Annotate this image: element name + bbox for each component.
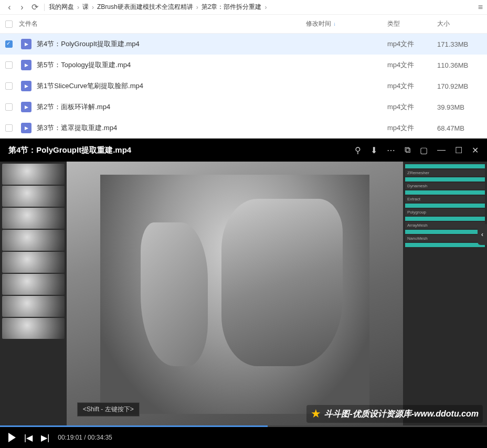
duration: 00:34:35 [88, 434, 112, 441]
file-size: 39.93MB [437, 103, 482, 111]
maximize-icon[interactable]: ☐ [455, 145, 462, 155]
material-thumb [2, 296, 65, 317]
video-controls: |◀ ▶| 00:19:01 / 00:34:35 [0, 427, 487, 448]
file-row[interactable]: 第4节：PolyGroupIt提取重建.mp4 mp4文件 171.33MB [0, 34, 487, 55]
file-size: 68.47MB [437, 124, 482, 132]
play-button[interactable] [8, 433, 16, 442]
row-check[interactable] [5, 40, 17, 48]
file-name[interactable]: 第3节：遮罩提取重建.mp4 [31, 123, 306, 133]
col-time[interactable]: 修改时间↓ [306, 19, 387, 28]
material-thumb [2, 230, 65, 251]
file-type: mp4文件 [387, 81, 437, 91]
video-file-icon [21, 81, 31, 91]
col-name[interactable]: 文件名 [17, 19, 306, 28]
zbrush-panel-bar [405, 177, 485, 182]
material-thumb [2, 274, 65, 295]
breadcrumb: 我的网盘 › 课 › ZBrush硬表面建模技术全流程精讲 › 第2章：部件拆分… [49, 3, 267, 12]
file-list: 第4节：PolyGroupIt提取重建.mp4 mp4文件 171.33MB 第… [0, 34, 487, 138]
row-checkbox[interactable] [5, 103, 13, 111]
pip-icon[interactable]: ⧉ [405, 145, 410, 155]
zbrush-panel-bar [405, 217, 485, 221]
crumb-sep: › [77, 4, 79, 11]
time-display: 00:19:01 / 00:34:35 [58, 434, 112, 441]
file-row[interactable]: 第2节：面板环详解.mp4 mp4文件 39.93MB [0, 97, 487, 118]
side-tab[interactable]: ‹ [478, 224, 487, 245]
file-name[interactable]: 第4节：PolyGroupIt提取重建.mp4 [31, 39, 306, 49]
video-header: 第4节：PolyGroupIt提取重建.mp4 ⚲ ⬇ ⋯ ⧉ ▢ — ☐ ✕ [0, 138, 487, 162]
star-icon: ★ [311, 407, 321, 421]
crumb-sep: › [92, 4, 94, 11]
download-icon[interactable]: ⬇ [370, 145, 377, 155]
zbrush-panel: Extract [405, 196, 485, 202]
share-icon[interactable]: ⚲ [355, 145, 361, 155]
material-thumb [2, 186, 65, 207]
row-checkbox[interactable] [5, 82, 13, 90]
file-size: 171.33MB [437, 40, 482, 48]
zbrush-viewport: <Shift - 左键按下> [67, 162, 403, 427]
close-icon[interactable]: ✕ [472, 145, 479, 155]
col-type[interactable]: 类型 [387, 19, 437, 28]
back-button[interactable]: ‹ [4, 2, 15, 13]
file-name[interactable]: 第5节：Topology提取重建.mp4 [31, 60, 306, 70]
minimize-icon[interactable]: — [437, 145, 446, 155]
row-check[interactable] [5, 124, 17, 132]
col-size[interactable]: 大小 [437, 19, 482, 28]
model-render [100, 175, 369, 413]
select-all-col[interactable] [5, 20, 17, 28]
row-checkbox[interactable] [5, 61, 13, 69]
zbrush-panel-bar [405, 204, 485, 208]
col-time-label: 修改时间 [306, 19, 331, 28]
crumb-chapter[interactable]: 第2章：部件拆分重建 [202, 3, 262, 12]
crumb-zbrush[interactable]: ZBrush硬表面建模技术全流程精讲 [97, 3, 193, 12]
row-checkbox[interactable] [5, 40, 13, 48]
video-actions: ⚲ ⬇ ⋯ ⧉ ▢ — ☐ ✕ [355, 145, 479, 155]
zbrush-panel: Dynamesh [405, 183, 485, 189]
zbrush-left-panel [0, 162, 67, 427]
zbrush-panel: ZRemesher [405, 169, 485, 176]
file-size: 170.92MB [437, 82, 482, 90]
zbrush-panel-bar [405, 164, 485, 168]
watermark: ★ 斗斗图-优质设计资源库-www.ddotu.com [306, 405, 483, 423]
zbrush-ui: <Shift - 左键按下> ZRemesher Dynamesh Extrac… [0, 162, 487, 427]
file-row[interactable]: 第1节SliceCurve笔刷提取脸部.mp4 mp4文件 170.92MB [0, 76, 487, 97]
row-check[interactable] [5, 103, 17, 111]
row-check[interactable] [5, 82, 17, 90]
toolbar: ‹ › ⟳ 我的网盘 › 课 › ZBrush硬表面建模技术全流程精讲 › 第2… [0, 0, 487, 15]
file-name[interactable]: 第2节：面板环详解.mp4 [31, 102, 306, 112]
video-file-icon [21, 39, 31, 49]
file-name[interactable]: 第1节SliceCurve笔刷提取脸部.mp4 [31, 81, 306, 91]
row-checkbox[interactable] [5, 124, 13, 132]
crumb-sep: › [196, 4, 198, 11]
refresh-button[interactable]: ⟳ [29, 2, 40, 13]
file-row[interactable]: 第3节：遮罩提取重建.mp4 mp4文件 68.47MB [0, 118, 487, 138]
divider [44, 4, 45, 11]
material-thumb [2, 252, 65, 273]
zbrush-panel-bar [405, 230, 485, 234]
forward-button[interactable]: › [17, 2, 27, 13]
zbrush-right-panel: ZRemesher Dynamesh Extract Polygroup Arr… [403, 162, 487, 427]
video-content[interactable]: <Shift - 左键按下> ZRemesher Dynamesh Extrac… [0, 162, 487, 427]
crumb-home[interactable]: 我的网盘 [49, 3, 74, 12]
video-player: 第4节：PolyGroupIt提取重建.mp4 ⚲ ⬇ ⋯ ⧉ ▢ — ☐ ✕ [0, 138, 487, 448]
menu-icon[interactable]: ≡ [478, 3, 483, 12]
prev-button[interactable]: |◀ [24, 433, 33, 443]
zbrush-panel: NanoMesh [405, 235, 485, 242]
file-type: mp4文件 [387, 60, 437, 70]
row-check[interactable] [5, 61, 17, 69]
zbrush-hint: <Shift - 左键按下> [77, 402, 140, 417]
video-file-icon [21, 60, 31, 70]
video-file-icon [21, 123, 31, 133]
material-thumb [2, 208, 65, 229]
sort-arrow-icon: ↓ [333, 21, 336, 27]
crumb-course[interactable]: 课 [82, 3, 89, 12]
file-row[interactable]: 第5节：Topology提取重建.mp4 mp4文件 110.36MB [0, 55, 487, 76]
zbrush-panel: ArrayMesh [405, 222, 485, 229]
file-type: mp4文件 [387, 39, 437, 49]
select-all-checkbox[interactable] [5, 20, 13, 28]
crop-icon[interactable]: ▢ [420, 145, 428, 155]
more-icon[interactable]: ⋯ [387, 145, 395, 155]
file-type: mp4文件 [387, 102, 437, 112]
zbrush-panel-bar [405, 243, 485, 247]
next-button[interactable]: ▶| [41, 433, 49, 443]
file-type: mp4文件 [387, 123, 437, 133]
